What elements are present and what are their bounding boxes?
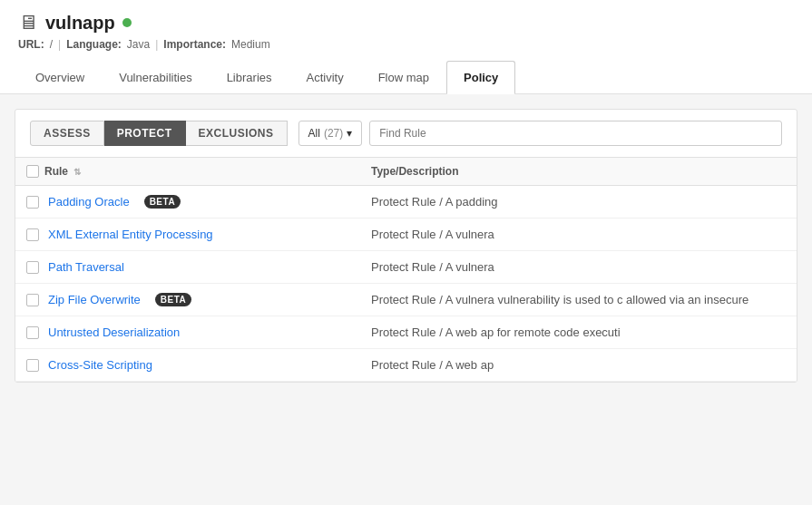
row-checkbox-2[interactable]: [26, 228, 39, 241]
rule-name[interactable]: XML External Entity Processing: [48, 228, 213, 241]
table-row: Padding OracleBETAProtect Rule / A paddi…: [15, 186, 797, 219]
app-header: 🖥 vulnapp URL: / | Language: Java | Impo…: [0, 0, 812, 94]
row-checkbox-1[interactable]: [26, 196, 39, 209]
importance-value: Medium: [231, 38, 270, 51]
url-value: /: [50, 38, 53, 51]
all-dropdown[interactable]: All (27) ▾: [298, 121, 363, 146]
col-type-header: Type/Description: [360, 158, 797, 186]
sep2: |: [155, 38, 158, 51]
rule-col-label: Rule: [44, 165, 68, 178]
type-desc: Protect Rule / A web ap for remote code …: [360, 316, 797, 349]
app-meta: URL: / | Language: Java | Importance: Me…: [18, 38, 794, 51]
monitor-icon: 🖥: [18, 11, 38, 34]
rule-name[interactable]: Padding Oracle: [48, 195, 130, 209]
url-label: URL:: [18, 38, 44, 51]
rule-name[interactable]: Untrusted Deserialization: [48, 325, 180, 339]
select-all-checkbox[interactable]: [26, 165, 39, 178]
type-col-label: Type/Description: [371, 165, 458, 178]
tab-activity[interactable]: Activity: [289, 61, 361, 94]
type-desc: Protect Rule / A vulnera: [360, 219, 797, 251]
rule-name[interactable]: Path Traversal: [48, 260, 124, 274]
sep1: |: [58, 38, 61, 51]
find-rule-input[interactable]: [369, 121, 782, 146]
dropdown-label: All: [308, 127, 320, 140]
table-row: Path TraversalProtect Rule / A vulnera: [15, 251, 797, 284]
table-row: Cross-Site ScriptingProtect Rule / A web…: [15, 349, 797, 382]
tab-flowmap[interactable]: Flow map: [361, 61, 446, 94]
beta-badge: BETA: [155, 293, 191, 306]
row-checkbox-5[interactable]: [26, 326, 39, 339]
dropdown-count: (27): [324, 127, 343, 140]
table-header-row: Rule ⇅ Type/Description: [15, 158, 797, 186]
status-dot: [122, 18, 132, 27]
filter-exclusions[interactable]: EXCLUSIONS: [186, 121, 288, 146]
table-body: Padding OracleBETAProtect Rule / A paddi…: [15, 186, 797, 382]
type-desc: Protect Rule / A vulnera vulnerability i…: [360, 284, 797, 316]
chevron-down-icon: ▾: [347, 127, 352, 140]
importance-label: Importance:: [163, 38, 226, 51]
table-row: XML External Entity ProcessingProtect Ru…: [15, 219, 797, 251]
table-row: Untrusted DeserializationProtect Rule / …: [15, 316, 797, 349]
filter-assess[interactable]: ASSESS: [30, 121, 104, 146]
sort-icon[interactable]: ⇅: [73, 167, 81, 177]
table-row: Zip File OverwriteBETAProtect Rule / A v…: [15, 284, 797, 316]
app-name: vulnapp: [45, 13, 115, 34]
row-checkbox-4[interactable]: [26, 294, 39, 306]
nav-tabs: Overview Vulnerabilities Libraries Activ…: [18, 60, 794, 93]
filter-bar: ASSESS PROTECT EXCLUSIONS All (27) ▾: [15, 110, 797, 158]
language-label: Language:: [66, 38, 122, 51]
tab-policy[interactable]: Policy: [446, 61, 515, 94]
main-content: ASSESS PROTECT EXCLUSIONS All (27) ▾ Rul…: [15, 109, 797, 383]
tab-vulnerabilities[interactable]: Vulnerabilities: [102, 61, 209, 94]
rule-name[interactable]: Cross-Site Scripting: [48, 358, 152, 372]
beta-badge: BETA: [144, 195, 181, 209]
filter-protect[interactable]: PROTECT: [104, 121, 186, 146]
type-desc: Protect Rule / A padding: [360, 186, 797, 219]
type-desc: Protect Rule / A vulnera: [360, 251, 797, 284]
tab-overview[interactable]: Overview: [18, 61, 102, 94]
rule-name[interactable]: Zip File Overwrite: [48, 293, 141, 306]
row-checkbox-6[interactable]: [26, 359, 39, 372]
language-value: Java: [127, 38, 150, 51]
tab-libraries[interactable]: Libraries: [210, 61, 289, 94]
col-rule-header: Rule ⇅: [15, 158, 360, 186]
type-desc: Protect Rule / A web ap: [360, 349, 797, 382]
row-checkbox-3[interactable]: [26, 261, 39, 274]
rules-table: Rule ⇅ Type/Description Padding OracleBE…: [15, 158, 797, 382]
